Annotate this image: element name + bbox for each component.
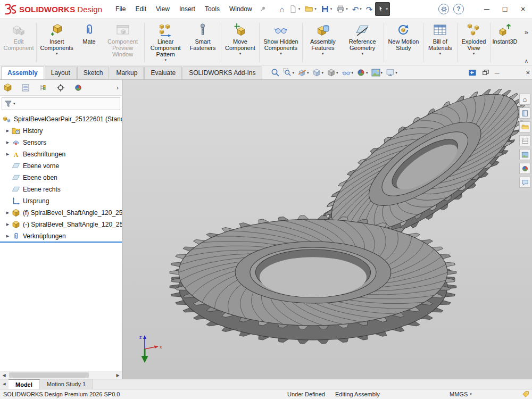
units-dropdown[interactable]: MMGS ▾: [450, 391, 472, 397]
scrollbar-thumb[interactable]: [9, 372, 89, 378]
redo-button[interactable]: ↷: [364, 2, 375, 16]
undo-button[interactable]: ↶ ▾: [351, 2, 363, 16]
menu-tools[interactable]: Tools: [200, 3, 225, 15]
ribbon-linear-component-pattern-button[interactable]: Linear Component Pattern ▾: [145, 20, 186, 65]
ribbon-overflow-button[interactable]: »: [525, 28, 528, 36]
tree-item-top-plane[interactable]: Ebene oben: [0, 172, 122, 184]
window-minimize-button[interactable]: ─: [478, 2, 496, 16]
hide-show-items-button[interactable]: ▾: [341, 68, 354, 78]
tags-icon[interactable]: [522, 390, 529, 398]
restore-window-icon[interactable]: [482, 69, 489, 77]
menu-pin-icon[interactable]: [259, 5, 267, 13]
options-gear-button[interactable]: [438, 4, 449, 14]
tree-item-right-plane[interactable]: Ebene rechts: [0, 184, 122, 195]
dropdown-caret-icon: ▾: [352, 71, 354, 75]
orientation-triad[interactable]: z x: [133, 332, 168, 365]
menu-view[interactable]: View: [151, 3, 174, 15]
apply-scene-button[interactable]: ▾: [371, 68, 384, 78]
tab-model[interactable]: Model: [9, 379, 40, 389]
expand-arrow-icon[interactable]: ▶: [4, 140, 11, 145]
ribbon-move-component-button[interactable]: Move Component ▾: [222, 20, 259, 65]
propertymanager-tab[interactable]: [21, 84, 30, 92]
menu-insert[interactable]: Insert: [174, 3, 200, 15]
tree-root-assembly[interactable]: SpiralBevelGearPair_25122601 (Standar: [0, 113, 122, 125]
view-palette-button[interactable]: [519, 149, 530, 160]
menu-window[interactable]: Window: [225, 3, 257, 15]
scrollbar-track[interactable]: [8, 371, 114, 379]
zoom-to-fit-button[interactable]: [270, 68, 280, 78]
tree-item-part-floating[interactable]: ▶ (-) SpiralBevel_ShaftAngle_120_25: [0, 219, 122, 230]
dimxpertmanager-tab[interactable]: [56, 84, 65, 92]
expand-arrow-icon[interactable]: ▶: [4, 152, 11, 156]
brand-name: SOLIDWORKS: [19, 5, 75, 14]
view-settings-button[interactable]: ▾: [385, 68, 398, 78]
scroll-right-arrow-icon[interactable]: ▶: [114, 373, 122, 378]
ribbon-exploded-view-button[interactable]: Exploded View ▾: [459, 20, 489, 65]
solidworks-logo: SOLIDWORKS Design: [3, 3, 102, 15]
edit-appearance-button[interactable]: ▾: [356, 68, 369, 78]
expand-arrow-icon[interactable]: ▶: [4, 222, 11, 227]
new-document-button[interactable]: ▾: [287, 2, 302, 16]
select-tool-button[interactable]: ▾: [375, 2, 390, 16]
tab-markup[interactable]: Markup: [110, 66, 144, 79]
expand-arrow-icon[interactable]: ▶: [4, 211, 11, 215]
ribbon-collapse-button[interactable]: ∧: [525, 58, 528, 64]
ribbon-smart-fasteners-button[interactable]: Smart Fasteners: [186, 20, 220, 65]
graphics-viewport[interactable]: ⌂ z x: [122, 80, 532, 379]
undock-pane-icon[interactable]: [468, 69, 477, 77]
scroll-left-arrow-icon[interactable]: ◀: [0, 373, 8, 378]
tab-sketch[interactable]: Sketch: [77, 66, 110, 79]
ribbon-reference-geometry-button[interactable]: Reference Geometry ▾: [342, 20, 383, 65]
tab-evaluate[interactable]: Evaluate: [144, 66, 182, 79]
tab-layout[interactable]: Layout: [45, 66, 77, 79]
window-maximize-button[interactable]: □: [496, 2, 514, 16]
ribbon-new-motion-study-button[interactable]: New Motion Study: [385, 20, 422, 65]
save-button[interactable]: ▾: [319, 2, 334, 16]
redo-icon: ↷: [366, 5, 373, 13]
tree-item-front-plane[interactable]: Ebene vorne: [0, 160, 122, 172]
tree-filter-bar[interactable]: ▾: [2, 97, 120, 110]
window-close-button[interactable]: ×: [514, 2, 532, 16]
tree-item-mates[interactable]: ▶ Verknüpfungen: [0, 230, 122, 242]
help-button[interactable]: ?: [453, 4, 464, 14]
ribbon-mate-button[interactable]: Mate: [76, 20, 103, 65]
tree-item-history[interactable]: ▶ History: [0, 125, 122, 137]
tab-solidworks-addins[interactable]: SOLIDWORKS Add-Ins: [182, 66, 262, 79]
ribbon-bill-of-materials-button[interactable]: Bill of Materials ▾: [425, 20, 456, 65]
tree-horizontal-scrollbar[interactable]: ◀ ▶: [0, 371, 122, 379]
print-button[interactable]: ▾: [335, 2, 350, 16]
menu-file[interactable]: File: [111, 3, 130, 15]
tree-item-part-fixed[interactable]: ▶ (f) SpiralBevel_ShaftAngle_120_25: [0, 207, 122, 219]
tree-item-annotations[interactable]: ▶ A Beschriftungen: [0, 148, 122, 160]
panel-chevron-icon[interactable]: ›: [117, 84, 119, 92]
zoom-to-area-button[interactable]: ▾: [282, 68, 295, 78]
file-explorer-button[interactable]: [519, 135, 530, 146]
close-document-icon[interactable]: ×: [526, 69, 530, 77]
home-button[interactable]: ⌂: [278, 2, 286, 16]
tab-scroll-left-icon[interactable]: ◀: [0, 379, 9, 389]
ribbon-assembly-features-button[interactable]: Assembly Features ▾: [304, 20, 343, 65]
tab-assembly[interactable]: Assembly: [1, 66, 44, 79]
appearances-scenes-button[interactable]: [519, 163, 530, 174]
minimize-pane-icon[interactable]: ─: [495, 69, 500, 77]
expand-arrow-icon[interactable]: ▶: [4, 234, 11, 238]
view-orientation-button[interactable]: ▾: [312, 68, 325, 78]
solidworks-resources-button[interactable]: [519, 107, 530, 119]
ribbon-instant3d-button[interactable]: Instant3D: [492, 20, 518, 65]
section-view-button[interactable]: ▾: [297, 68, 310, 78]
display-style-button[interactable]: ▾: [326, 68, 339, 78]
design-library-button[interactable]: [519, 121, 530, 132]
featuremanager-tab[interactable]: [3, 83, 12, 92]
custom-properties-button[interactable]: [519, 177, 530, 188]
ribbon-show-hidden-components-button[interactable]: Show Hidden Components ▾: [261, 20, 301, 65]
tree-item-origin[interactable]: Ursprung: [0, 195, 122, 207]
expand-arrow-icon[interactable]: ▶: [4, 129, 11, 133]
tree-item-sensors[interactable]: ▶ Sensors: [0, 137, 122, 148]
home-tab-button[interactable]: ⌂: [519, 94, 530, 105]
displaymanager-tab[interactable]: [74, 84, 82, 92]
open-button[interactable]: ▾: [303, 2, 318, 16]
configurationmanager-tab[interactable]: [39, 84, 47, 92]
menu-edit[interactable]: Edit: [130, 3, 151, 15]
tab-motion-study-1[interactable]: Motion Study 1: [40, 379, 93, 389]
ribbon-insert-components-button[interactable]: Insert Components ▾: [38, 20, 76, 65]
